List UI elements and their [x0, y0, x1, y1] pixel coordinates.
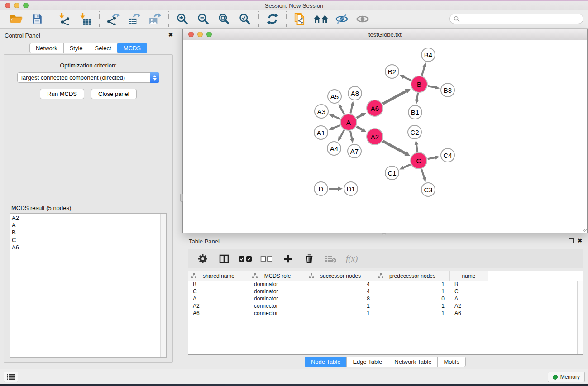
column-header-shared-name[interactable]: shared name [188, 271, 249, 281]
network-window-titlebar[interactable]: testGlobe.txt [183, 29, 587, 40]
add-column-button[interactable] [282, 253, 294, 265]
tab-mcds[interactable]: MCDS [117, 43, 147, 53]
graph-node-C1[interactable]: C1 [385, 166, 399, 180]
graph-node-B3[interactable]: B3 [440, 83, 455, 97]
function-builder-button[interactable]: f(x) [346, 254, 358, 264]
cell-name[interactable]: C [450, 288, 488, 295]
export-table-button[interactable] [126, 11, 142, 27]
table-row[interactable]: Bdominator41B [188, 281, 583, 288]
cell-shared-name[interactable]: A2 [188, 303, 249, 310]
zoom-out-button[interactable] [196, 11, 211, 27]
deselect-all-button[interactable] [261, 253, 272, 265]
graph-node-D1[interactable]: D1 [344, 181, 358, 196]
graph-edge-C-C4[interactable] [428, 156, 440, 160]
close-window-button[interactable] [5, 3, 10, 8]
delete-column-button[interactable] [303, 253, 315, 265]
cell-predecessor-nodes[interactable]: 1 [375, 281, 450, 288]
graph-node-A4[interactable]: A4 [327, 141, 341, 156]
column-header-name[interactable]: name [450, 271, 488, 281]
split-view-button[interactable] [218, 253, 230, 265]
import-table-button[interactable] [78, 11, 93, 27]
network-zoom-button[interactable] [206, 32, 212, 37]
zoom-selected-button[interactable] [237, 11, 253, 27]
zoom-fit-button[interactable] [216, 11, 232, 27]
export-network-button[interactable] [105, 11, 121, 27]
cell-name[interactable]: A2 [450, 303, 488, 310]
zoom-window-button[interactable] [23, 3, 29, 8]
graph-edge-D-D1[interactable] [329, 187, 343, 191]
cell-mcds-role[interactable]: dominator [249, 288, 306, 295]
result-item[interactable]: C [10, 237, 166, 244]
float-panel-icon[interactable] [160, 33, 164, 37]
graph-edge-B-B2[interactable] [399, 75, 411, 81]
result-list-scrollbar[interactable] [160, 214, 166, 357]
cell-successor-nodes[interactable]: 1 [306, 310, 375, 317]
table-row[interactable]: Cdominator41C [188, 288, 583, 295]
export-image-button[interactable] [147, 11, 163, 27]
graph-edge-A6-B[interactable] [383, 89, 411, 104]
open-session-button[interactable] [9, 11, 24, 27]
float-panel-icon[interactable] [569, 238, 574, 243]
graph-node-A1[interactable]: A1 [314, 125, 328, 140]
column-header-mcds-role[interactable]: MCDS role [249, 271, 306, 281]
cell-mcds-role[interactable]: connector [249, 303, 306, 310]
cell-successor-nodes[interactable]: 1 [306, 303, 375, 310]
cell-mcds-role[interactable]: dominator [249, 295, 306, 303]
graph-node-C4[interactable]: C4 [440, 148, 455, 162]
gear-button[interactable] [197, 253, 209, 265]
cell-predecessor-nodes[interactable]: 1 [375, 303, 450, 310]
graph-node-A8[interactable]: A8 [348, 86, 362, 100]
graph-edge-A-A7[interactable] [350, 131, 354, 143]
cell-successor-nodes[interactable]: 4 [306, 288, 375, 295]
graph-node-A6[interactable]: A6 [366, 100, 383, 117]
mcds-result-list[interactable]: A2ABCA6 [10, 213, 167, 358]
save-session-button[interactable] [29, 11, 45, 27]
cell-predecessor-nodes[interactable]: 0 [375, 295, 450, 303]
graph-node-C3[interactable]: C3 [421, 182, 435, 197]
cell-predecessor-nodes[interactable]: 1 [375, 310, 450, 317]
graph-node-A[interactable]: A [340, 114, 357, 131]
graph-edge-A-A8[interactable] [350, 101, 354, 114]
network-close-button[interactable] [188, 32, 194, 37]
network-canvas[interactable]: B4B2BB3A5A8A6A3B1AA1C2A2A4A7C4CC1C3DD1 [183, 40, 587, 233]
graph-edge-A-A4[interactable] [338, 130, 344, 142]
graph-edge-B-B3[interactable] [428, 86, 440, 90]
table-row[interactable]: A2connector11A2 [188, 303, 583, 310]
search-input[interactable] [462, 15, 575, 22]
show-all-button[interactable] [355, 11, 370, 27]
graph-node-D[interactable]: D [314, 181, 328, 196]
graph-node-B2[interactable]: B2 [385, 64, 399, 79]
graph-edge-B-B4[interactable] [422, 62, 426, 76]
run-mcds-button[interactable]: Run MCDS [40, 89, 84, 99]
graph-edge-A2-C[interactable] [383, 141, 411, 156]
search-box[interactable] [449, 14, 583, 24]
result-item[interactable]: A6 [10, 244, 166, 251]
graph-node-B[interactable]: B [411, 76, 428, 93]
cell-predecessor-nodes[interactable]: 1 [375, 288, 450, 295]
cell-mcds-role[interactable]: dominator [249, 281, 306, 288]
graph-node-A3[interactable]: A3 [314, 104, 329, 119]
graph-edge-A-A3[interactable] [329, 114, 340, 119]
tab-motifs[interactable]: Motifs [437, 357, 466, 367]
graph-edge-A-A6[interactable] [357, 113, 367, 118]
column-header-successor-nodes[interactable]: successor nodes [306, 271, 375, 281]
criterion-dropdown[interactable]: largest connected component (directed) [17, 72, 159, 83]
graph-edge-C-C3[interactable] [421, 169, 426, 182]
graph-node-C[interactable]: C [410, 152, 427, 169]
network-minimize-button[interactable] [197, 32, 203, 37]
task-history-button[interactable] [4, 372, 18, 382]
cell-successor-nodes[interactable]: 8 [306, 295, 375, 303]
network-vertical-scrollbar[interactable] [180, 194, 183, 202]
graph-node-A7[interactable]: A7 [347, 144, 362, 158]
tab-network[interactable]: Network [29, 43, 64, 53]
result-item[interactable]: A2 [10, 214, 166, 222]
cell-shared-name[interactable]: A6 [188, 310, 249, 317]
graph-node-A5[interactable]: A5 [327, 89, 342, 104]
result-item[interactable]: B [10, 229, 166, 236]
table-row[interactable]: A6connector11A6 [188, 310, 583, 317]
tab-network-table[interactable]: Network Table [388, 357, 438, 367]
cell-shared-name[interactable]: B [188, 281, 249, 288]
graph-edge-B-B1[interactable] [415, 93, 419, 104]
home-neighbors-button[interactable] [313, 11, 329, 27]
result-item[interactable]: A [10, 222, 166, 229]
